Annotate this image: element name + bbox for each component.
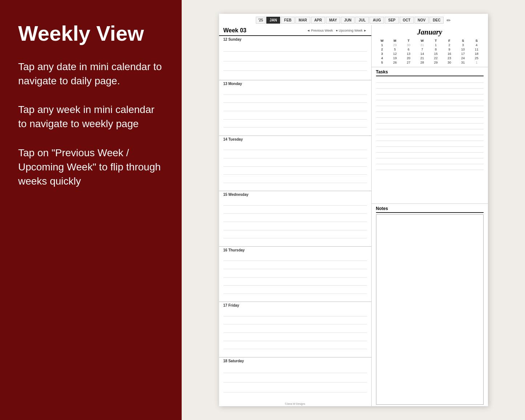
cal-day[interactable]: 10 xyxy=(456,47,470,52)
cal-row: 5 26 27 28 29 30 31 1 xyxy=(376,60,484,65)
tab-may[interactable]: MAY xyxy=(326,17,340,24)
cal-day[interactable]: 13 xyxy=(402,52,415,56)
tab-sep[interactable]: SEP xyxy=(385,17,399,24)
task-line xyxy=(376,164,484,170)
day-line xyxy=(223,333,367,341)
cal-day[interactable]: 29 xyxy=(429,60,443,65)
day-line xyxy=(223,142,367,150)
cal-day[interactable]: 14 xyxy=(415,52,429,56)
cal-day[interactable]: 2 xyxy=(443,43,456,47)
cal-day[interactable]: 31 xyxy=(456,60,470,65)
instruction-2: Tap any week in mini calendar to navigat… xyxy=(18,102,163,131)
cal-day[interactable]: 24 xyxy=(456,56,470,60)
year-tab[interactable]: '25 xyxy=(256,17,266,24)
cal-day[interactable]: 5 xyxy=(388,47,401,52)
tab-feb[interactable]: FEB xyxy=(281,17,295,24)
cal-day[interactable]: 17 xyxy=(456,52,470,56)
cal-day[interactable]: 16 xyxy=(443,52,456,56)
tab-jun[interactable]: JUN xyxy=(341,17,355,24)
cal-header-w: W xyxy=(376,39,388,43)
cal-day[interactable]: 11 xyxy=(470,47,483,52)
cal-day[interactable]: 3 xyxy=(456,43,470,47)
day-section-monday: 13 Monday xyxy=(219,80,371,136)
cal-day[interactable]: 8 xyxy=(429,47,443,52)
day-lines-saturday xyxy=(219,364,371,401)
tab-dec[interactable]: DEC xyxy=(429,17,444,24)
cal-day[interactable]: 27 xyxy=(402,60,415,65)
task-line xyxy=(376,83,484,89)
cal-day[interactable]: 1 xyxy=(470,60,483,65)
cal-day[interactable]: 1 xyxy=(429,43,443,47)
week-num-2[interactable]: 2 xyxy=(376,47,388,52)
tab-jan[interactable]: JAN xyxy=(266,17,280,24)
tab-mar[interactable]: MAR xyxy=(295,17,310,24)
day-line xyxy=(223,294,367,302)
week-num-3[interactable]: 3 xyxy=(376,52,388,56)
task-line xyxy=(376,112,484,118)
tab-jul[interactable]: JUL xyxy=(355,17,369,24)
task-line xyxy=(376,158,484,164)
week-num-1[interactable]: 1 xyxy=(376,43,388,47)
tab-aug[interactable]: AUG xyxy=(369,17,384,24)
cal-day[interactable]: 30 xyxy=(443,60,456,65)
day-line xyxy=(223,324,367,333)
day-label-wednesday: 15 Wednesday xyxy=(219,191,371,197)
week-nav: ◄ Previous Week ● Upcoming Week ► xyxy=(307,29,367,32)
day-line xyxy=(223,42,367,52)
cal-day[interactable]: 19 xyxy=(388,56,401,60)
cal-day[interactable]: 12 xyxy=(388,52,401,56)
task-line xyxy=(376,118,484,124)
task-line xyxy=(376,129,484,135)
right-panel: '25 JAN FEB MAR APR MAY JUN JUL AUG SEP … xyxy=(182,0,525,420)
tab-oct[interactable]: OCT xyxy=(400,17,414,24)
cal-day[interactable]: 28 xyxy=(415,60,429,65)
day-line xyxy=(223,238,367,246)
cal-day[interactable]: 22 xyxy=(429,56,443,60)
cal-day[interactable]: 31 xyxy=(415,43,429,47)
mini-calendar: January W M T W T F S S xyxy=(372,25,488,67)
day-label-saturday: 18 Saturday xyxy=(219,358,371,364)
task-line xyxy=(376,94,484,100)
day-label-thursday: 16 Thursday xyxy=(219,247,371,253)
cal-day[interactable]: 21 xyxy=(415,56,429,60)
day-label-monday: 13 Monday xyxy=(219,80,371,86)
cal-header-w2: W xyxy=(415,39,429,43)
cal-day[interactable]: 25 xyxy=(470,56,483,60)
cal-day[interactable]: 4 xyxy=(470,43,483,47)
instruction-3: Tap on "Previous Week / Upcoming Week" t… xyxy=(18,146,163,189)
notes-box[interactable] xyxy=(376,214,484,405)
day-line xyxy=(223,230,367,239)
day-section-saturday: 18 Saturday xyxy=(219,358,371,401)
day-line xyxy=(223,95,367,103)
week-num-5[interactable]: 5 xyxy=(376,60,388,65)
tab-apr[interactable]: APR xyxy=(311,17,325,24)
pencil-icon[interactable]: ✏ xyxy=(447,17,451,23)
next-week-nav[interactable]: ● Upcoming Week ► xyxy=(336,29,367,32)
day-section-tuesday: 14 Tuesday xyxy=(219,136,371,191)
day-line xyxy=(223,52,367,61)
day-line xyxy=(223,392,367,401)
cal-day[interactable]: 15 xyxy=(429,52,443,56)
day-line xyxy=(223,373,367,383)
day-line xyxy=(223,364,367,373)
prev-week-nav[interactable]: ◄ Previous Week xyxy=(307,29,333,32)
day-line xyxy=(223,103,367,111)
cal-day[interactable]: 9 xyxy=(443,47,456,52)
footer: ©Jana W Designs xyxy=(219,401,371,406)
cal-day[interactable]: 20 xyxy=(402,56,415,60)
day-line xyxy=(223,150,367,158)
cal-day[interactable]: 30 xyxy=(402,43,415,47)
cal-day[interactable]: 23 xyxy=(443,56,456,60)
cal-day[interactable]: 6 xyxy=(402,47,415,52)
cal-day[interactable]: 18 xyxy=(470,52,483,56)
cal-day[interactable]: 26 xyxy=(388,60,401,65)
day-label-sunday: 12 Sunday xyxy=(219,36,371,42)
cal-day[interactable]: 29 xyxy=(388,43,401,47)
cal-day[interactable]: 7 xyxy=(415,47,429,52)
page-content: Week 03 ◄ Previous Week ● Upcoming Week … xyxy=(219,25,488,406)
cal-header-t: T xyxy=(402,39,415,43)
tab-nov[interactable]: NOV xyxy=(415,17,429,24)
week-num-4[interactable]: 4 xyxy=(376,56,388,60)
task-line xyxy=(376,141,484,147)
day-line xyxy=(223,167,367,175)
